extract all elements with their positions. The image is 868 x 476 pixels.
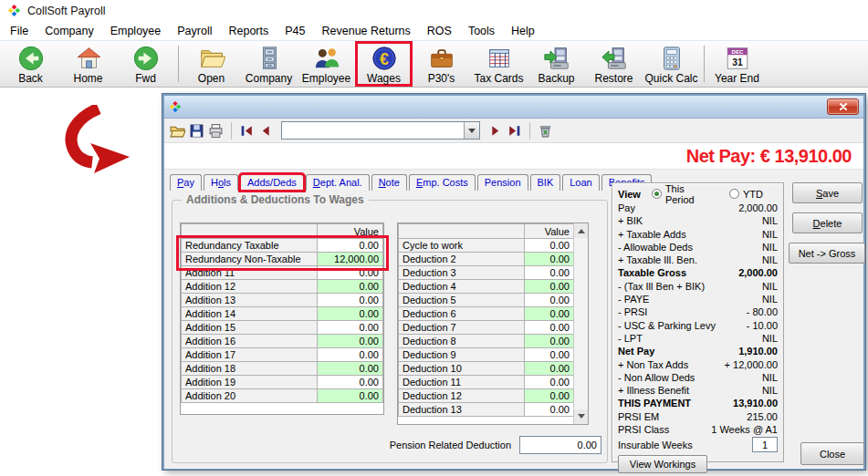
row-value-cell[interactable]: 12,000.00 [318, 253, 383, 266]
menu-item-company[interactable]: Company [37, 23, 102, 39]
deductions-scrollbar[interactable] [573, 223, 588, 424]
row-value-cell[interactable]: 0.00 [525, 294, 574, 307]
tab-note[interactable]: Note [371, 174, 407, 191]
summary-label: THIS PAYMENT [618, 397, 691, 409]
summary-row: PRSI Class 1 Weeks @ A1 [618, 423, 778, 436]
table-row: Addition 19 0.00 [182, 376, 383, 389]
tab-pension[interactable]: Pension [477, 174, 528, 191]
row-value-cell[interactable]: 0.00 [318, 280, 383, 294]
row-value-cell[interactable]: 0.00 [525, 239, 574, 253]
menu-item-payroll[interactable]: Payroll [169, 23, 220, 39]
row-value-cell[interactable]: 0.00 [318, 321, 383, 335]
summary-value: NIL [762, 241, 778, 254]
toolbar-button-open[interactable]: Open [183, 41, 240, 87]
tab-pay[interactable]: Pay [170, 174, 202, 191]
row-value-cell[interactable]: 0.00 [525, 307, 574, 321]
toolbar-button-company[interactable]: Company [240, 41, 298, 87]
row-value-cell[interactable]: 0.00 [525, 321, 574, 335]
scroll-up-button[interactable] [574, 223, 588, 238]
insurable-weeks-input[interactable] [752, 437, 778, 452]
net-to-gross-button[interactable]: Net -> Gross [789, 243, 865, 264]
toolbar-button-back[interactable]: Back [2, 41, 59, 87]
combo-dropdown-button[interactable] [464, 122, 479, 139]
row-value-cell[interactable]: 0.00 [318, 376, 383, 389]
tab-dept-anal[interactable]: Dept. Anal. [306, 174, 370, 191]
row-value-cell[interactable]: 0.00 [318, 266, 383, 280]
row-value-cell[interactable]: 0.00 [525, 362, 574, 376]
summary-value: NIL [762, 254, 778, 266]
row-value-cell[interactable]: 0.00 [525, 376, 574, 389]
row-value-cell[interactable]: 0.00 [318, 294, 383, 307]
menu-item-help[interactable]: Help [503, 23, 543, 39]
row-value-cell[interactable]: 0.00 [525, 389, 574, 403]
tab-emp-costs[interactable]: Emp. Costs [409, 174, 476, 191]
tab-loan[interactable]: Loan [562, 174, 599, 191]
toolbar-button-wages[interactable]: € Wages [355, 41, 413, 87]
close-button[interactable]: Close [800, 442, 864, 465]
radio-ytd[interactable]: YTD [729, 189, 763, 200]
row-value-cell[interactable]: 0.00 [525, 253, 574, 266]
menu-item-file[interactable]: File [2, 23, 37, 39]
toolbar-button-tax-cards[interactable]: Tax Cards [470, 41, 528, 87]
summary-row: THIS PAYMENT 13,910.00 [618, 397, 778, 409]
record-combobox[interactable] [281, 121, 480, 140]
row-label: Addition 12 [182, 280, 318, 294]
toolbar-separator [231, 122, 232, 140]
row-value-cell[interactable]: 0.00 [318, 335, 383, 348]
summary-value: NIL [762, 332, 778, 345]
save-record-icon[interactable] [189, 123, 204, 139]
tab-adds-deds[interactable]: Adds/Deds [240, 174, 304, 191]
menu-item-tools[interactable]: Tools [460, 23, 503, 39]
dialog-close-button[interactable] [827, 98, 859, 115]
summary-label: - LPT [618, 332, 643, 345]
view-workings-button[interactable]: View Workings [618, 455, 707, 473]
row-value-cell[interactable]: 0.00 [525, 280, 574, 294]
row-label: Addition 14 [182, 307, 318, 321]
radio-this-period[interactable]: This Period [652, 183, 715, 205]
scroll-down-button[interactable] [574, 409, 588, 424]
toolbar-button-quick-calc[interactable]: Quick Calc [643, 41, 700, 87]
row-value-cell[interactable]: 0.00 [318, 362, 383, 376]
summary-row: + Illness Benefit NIL [618, 384, 778, 397]
row-value-cell[interactable]: 0.00 [318, 239, 383, 253]
deductions-table: Value Cycle to work 0.00 Deduction 2 0.0… [397, 222, 589, 425]
next-record-icon[interactable] [487, 123, 503, 139]
row-value-cell[interactable]: 0.00 [525, 335, 574, 348]
row-value-cell[interactable]: 0.00 [525, 403, 574, 417]
toolbar-button-employee[interactable]: Employee [298, 41, 355, 87]
print-icon[interactable] [208, 123, 224, 139]
first-record-icon[interactable] [239, 123, 255, 139]
menu-item-revenue-returns[interactable]: Revenue Returns [314, 23, 419, 39]
pension-related-deduction-field[interactable]: 0.00 [519, 436, 601, 454]
chevron-down-icon [468, 129, 476, 137]
previous-record-icon[interactable] [258, 123, 274, 139]
menu-item-p45[interactable]: P45 [277, 23, 313, 39]
row-value-cell[interactable]: 0.00 [318, 307, 383, 321]
euro-coin-icon: € [371, 45, 398, 72]
save-button[interactable]: Save [792, 182, 863, 203]
row-value-cell[interactable]: 0.00 [525, 266, 574, 280]
tab-hols[interactable]: Hols [204, 174, 238, 191]
toolbar-button-forward[interactable]: Fwd [117, 41, 174, 87]
row-value-cell[interactable]: 0.00 [318, 389, 383, 403]
toolbar-button-year-end[interactable]: DEC 31 Year End [708, 41, 766, 87]
tab-bik[interactable]: BIK [530, 174, 561, 191]
toolbar-button-backup[interactable]: Backup [528, 41, 585, 87]
toolbar-button-restore[interactable]: Restore [585, 41, 643, 87]
last-record-icon[interactable] [507, 123, 522, 139]
delete-record-trash-icon[interactable] [538, 123, 553, 139]
table-row: Deduction 10 0.00 [399, 362, 574, 376]
radio-button-icon [729, 189, 739, 199]
row-value-cell[interactable]: 0.00 [525, 348, 574, 362]
toolbar-button-home[interactable]: Home [59, 41, 117, 87]
delete-button[interactable]: Delete [792, 212, 863, 233]
menu-item-ros[interactable]: ROS [419, 23, 460, 39]
open-record-icon[interactable] [170, 123, 185, 139]
row-value-cell[interactable]: 0.00 [318, 348, 383, 362]
summary-value: 1,910.00 [738, 345, 778, 357]
table-row: Redundancy Taxable 0.00 [182, 239, 383, 253]
menu-item-reports[interactable]: Reports [220, 23, 277, 39]
menu-item-employee[interactable]: Employee [102, 23, 170, 39]
summary-row: - Non Allow Deds NIL [618, 371, 778, 384]
toolbar-button-p30s[interactable]: P30's [413, 41, 470, 87]
